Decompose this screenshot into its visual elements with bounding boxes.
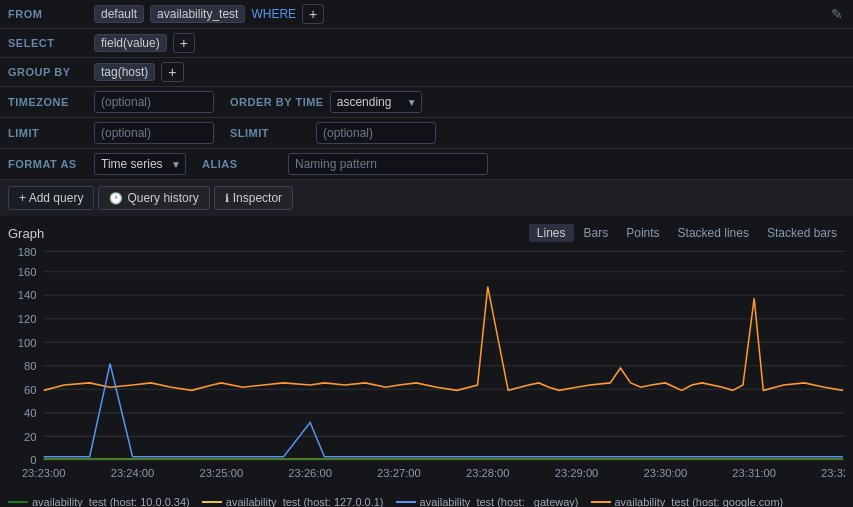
timezone-input[interactable] [94, 91, 214, 113]
graph-svg: .grid-line { stroke: #2c2e33; stroke-wid… [8, 246, 845, 492]
groupby-add-button[interactable]: + [161, 62, 183, 82]
legend-label-1: availability_test (host: 10.0.0.34) [32, 496, 190, 507]
slimit-label: SLIMIT [230, 127, 310, 139]
svg-text:23:30:00: 23:30:00 [644, 467, 688, 479]
query-history-icon: 🕐 [109, 192, 123, 205]
orderby-select[interactable]: ascending descending [330, 91, 422, 113]
from-label: FROM [8, 8, 88, 20]
svg-text:23:32:00: 23:32:00 [821, 467, 845, 479]
select-row: SELECT field(value) + [0, 29, 853, 58]
formatas-label: FORMAT AS [8, 158, 88, 170]
svg-text:23:26:00: 23:26:00 [288, 467, 332, 479]
svg-text:0: 0 [30, 454, 36, 466]
legend-color-2 [202, 501, 222, 503]
legend-item-3: availability_test (host: _gateway) [396, 496, 579, 507]
svg-text:180: 180 [18, 246, 37, 258]
formatas-row: FORMAT AS Time series Table ▼ ALIAS [0, 149, 853, 180]
formatas-select-wrapper: Time series Table ▼ [94, 153, 186, 175]
graph-title: Graph [8, 226, 44, 241]
graph-buttons: Lines Bars Points Stacked lines Stacked … [529, 224, 845, 242]
orderby-label: ORDER BY TIME [230, 96, 324, 108]
where-add-button[interactable]: + [302, 4, 324, 24]
add-query-button[interactable]: + Add query [8, 186, 94, 210]
svg-text:23:24:00: 23:24:00 [111, 467, 155, 479]
svg-text:23:25:00: 23:25:00 [200, 467, 244, 479]
timezone-label: TIMEZONE [8, 96, 88, 108]
legend-item-2: availability_test (host: 127.0.0.1) [202, 496, 384, 507]
legend-label-4: availability_test (host: google.com) [615, 496, 784, 507]
graph-container: .grid-line { stroke: #2c2e33; stroke-wid… [8, 246, 845, 492]
legend-color-4 [591, 501, 611, 503]
orderby-select-wrapper: ascending descending ▼ [330, 91, 422, 113]
graph-btn-stacked-bars[interactable]: Stacked bars [759, 224, 845, 242]
legend-item-1: availability_test (host: 10.0.0.34) [8, 496, 190, 507]
svg-text:23:31:00: 23:31:00 [732, 467, 776, 479]
limit-input[interactable] [94, 122, 214, 144]
formatas-select[interactable]: Time series Table [94, 153, 186, 175]
svg-text:140: 140 [18, 289, 37, 301]
legend-item-4: availability_test (host: google.com) [591, 496, 784, 507]
legend-color-3 [396, 501, 416, 503]
groupby-row: GROUP BY tag(host) + [0, 58, 853, 87]
from-default[interactable]: default [94, 5, 144, 23]
timezone-row: TIMEZONE ORDER BY TIME ascending descend… [0, 87, 853, 118]
query-builder: FROM default availability_test WHERE + ✎… [0, 0, 853, 180]
alias-input[interactable] [288, 153, 488, 175]
blue-line [44, 364, 843, 457]
toolbar: + Add query 🕐 Query history ℹ Inspector [0, 180, 853, 216]
from-table[interactable]: availability_test [150, 5, 245, 23]
groupby-label: GROUP BY [8, 66, 88, 78]
graph-btn-bars[interactable]: Bars [576, 224, 617, 242]
graph-btn-points[interactable]: Points [618, 224, 667, 242]
select-add-button[interactable]: + [173, 33, 195, 53]
inspector-button[interactable]: ℹ Inspector [214, 186, 293, 210]
graph-btn-stacked-lines[interactable]: Stacked lines [670, 224, 757, 242]
groupby-tag[interactable]: tag(host) [94, 63, 155, 81]
limit-row: LIMIT SLIMIT [0, 118, 853, 149]
alias-label: ALIAS [202, 158, 282, 170]
orange-line [44, 287, 843, 391]
svg-text:80: 80 [24, 360, 36, 372]
svg-text:23:29:00: 23:29:00 [555, 467, 599, 479]
query-history-label: Query history [127, 191, 198, 205]
svg-text:20: 20 [24, 430, 36, 442]
svg-text:120: 120 [18, 313, 37, 325]
where-label: WHERE [251, 7, 296, 21]
graph-legend: availability_test (host: 10.0.0.34) avai… [8, 492, 845, 507]
svg-text:23:27:00: 23:27:00 [377, 467, 421, 479]
svg-text:60: 60 [24, 383, 36, 395]
svg-text:23:23:00: 23:23:00 [22, 467, 66, 479]
svg-text:100: 100 [18, 336, 37, 348]
legend-label-2: availability_test (host: 127.0.0.1) [226, 496, 384, 507]
limit-label: LIMIT [8, 127, 88, 139]
graph-btn-lines[interactable]: Lines [529, 224, 574, 242]
legend-color-1 [8, 501, 28, 503]
graph-section: Graph Lines Bars Points Stacked lines St… [0, 216, 853, 507]
select-field[interactable]: field(value) [94, 34, 167, 52]
svg-text:160: 160 [18, 266, 37, 278]
legend-label-3: availability_test (host: _gateway) [420, 496, 579, 507]
select-label: SELECT [8, 37, 88, 49]
svg-text:40: 40 [24, 407, 36, 419]
slimit-input[interactable] [316, 122, 436, 144]
inspector-icon: ℹ [225, 192, 229, 205]
from-row: FROM default availability_test WHERE + ✎ [0, 0, 853, 29]
graph-header: Graph Lines Bars Points Stacked lines St… [8, 224, 845, 242]
svg-text:23:28:00: 23:28:00 [466, 467, 510, 479]
query-history-button[interactable]: 🕐 Query history [98, 186, 209, 210]
edit-icon[interactable]: ✎ [831, 6, 843, 22]
inspector-label: Inspector [233, 191, 282, 205]
